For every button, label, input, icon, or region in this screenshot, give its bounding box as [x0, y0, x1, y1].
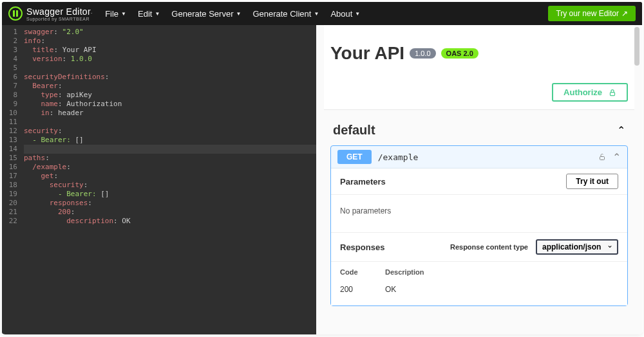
chevron-up-icon: ⌃: [617, 124, 625, 136]
external-link-icon: ↗: [621, 9, 628, 18]
parameters-heading: Parameters: [340, 177, 386, 187]
code-line[interactable]: securityDefinitions:: [24, 73, 316, 82]
authorize-button[interactable]: Authorize: [552, 83, 628, 102]
col-code: Code: [340, 268, 385, 276]
svg-rect-0: [611, 92, 615, 95]
caret-down-icon: ▼: [155, 11, 160, 17]
code-line[interactable]: name: Authorization: [24, 100, 316, 109]
caret-down-icon: ▼: [121, 11, 126, 17]
code-line[interactable]: [24, 145, 316, 154]
operation-summary[interactable]: GET /example ⌃: [331, 146, 627, 168]
line-gutter: 12345678910111213141516171819202122: [2, 25, 24, 334]
version-badge: 1.0.0: [410, 48, 435, 59]
responses-heading: Responses: [340, 242, 442, 252]
operation-path: /example: [378, 152, 592, 162]
code-line[interactable]: get:: [24, 172, 316, 181]
col-description: Description: [385, 268, 424, 276]
code-line[interactable]: paths:: [24, 154, 316, 163]
try-new-editor-button[interactable]: Try our new Editor↗: [548, 6, 636, 21]
caret-down-icon: ▼: [236, 11, 241, 17]
http-method-badge: GET: [337, 150, 372, 164]
tag-title: default: [333, 123, 375, 138]
lock-icon: [609, 89, 616, 96]
operation-get-example: GET /example ⌃ Parameters Try it out No …: [330, 145, 628, 306]
oas-badge: OAS 2.0: [441, 48, 478, 59]
unlock-icon[interactable]: [598, 153, 606, 161]
code-line[interactable]: Bearer:: [24, 82, 316, 91]
code-line[interactable]: responses:: [24, 199, 316, 208]
logo-title: Swagger Editor: [26, 6, 91, 17]
code-line[interactable]: description: OK: [24, 217, 316, 226]
swagger-icon: [8, 6, 23, 21]
code-line[interactable]: [24, 118, 316, 127]
api-preview: Your API 1.0.0 OAS 2.0 Authorize default…: [316, 25, 642, 334]
menu-generate-server[interactable]: Generate Server▼: [171, 9, 241, 19]
code-line[interactable]: info:: [24, 37, 316, 46]
code-line[interactable]: [24, 64, 316, 73]
try-it-out-button[interactable]: Try it out: [566, 174, 618, 189]
code-line[interactable]: in: header: [24, 109, 316, 118]
menu-about[interactable]: About▼: [330, 9, 360, 19]
caret-down-icon: ▼: [355, 11, 360, 17]
svg-rect-1: [600, 157, 605, 160]
top-menu: File▼Edit▼Generate Server▼Generate Clien…: [105, 9, 360, 19]
code-line[interactable]: version: 1.0.0: [24, 55, 316, 64]
response-row: 200 OK: [340, 281, 618, 298]
no-parameters-text: No parameters: [331, 195, 627, 233]
code-line[interactable]: 200:: [24, 208, 316, 217]
response-content-type-label: Response content type: [450, 243, 528, 251]
tag-header-default[interactable]: default ⌃: [330, 118, 628, 145]
topbar: Swagger Editor. Supported by SMARTBEAR F…: [2, 2, 642, 25]
logo[interactable]: Swagger Editor. Supported by SMARTBEAR: [8, 6, 92, 21]
code-line[interactable]: type: apiKey: [24, 91, 316, 100]
caret-down-icon: ▼: [314, 11, 319, 17]
code-line[interactable]: security:: [24, 181, 316, 190]
scrollbar-thumb[interactable]: [634, 27, 639, 66]
code-line[interactable]: security:: [24, 127, 316, 136]
code-line[interactable]: - Bearer: []: [24, 190, 316, 199]
chevron-up-icon[interactable]: ⌃: [612, 151, 621, 163]
response-content-type-select[interactable]: application/json: [536, 239, 618, 255]
menu-edit[interactable]: Edit▼: [138, 9, 160, 19]
menu-generate-client[interactable]: Generate Client▼: [252, 9, 319, 19]
code-line[interactable]: - Bearer: []: [24, 136, 316, 145]
code-line[interactable]: /example:: [24, 163, 316, 172]
code-line[interactable]: swagger: "2.0": [24, 28, 316, 37]
yaml-editor[interactable]: 12345678910111213141516171819202122 swag…: [2, 25, 316, 334]
menu-file[interactable]: File▼: [105, 9, 126, 19]
logo-subtitle: Supported by SMARTBEAR: [26, 17, 92, 21]
code-area[interactable]: swagger: "2.0"info: title: Your API vers…: [24, 25, 316, 334]
api-title: Your API: [330, 43, 404, 64]
code-line[interactable]: title: Your API: [24, 46, 316, 55]
